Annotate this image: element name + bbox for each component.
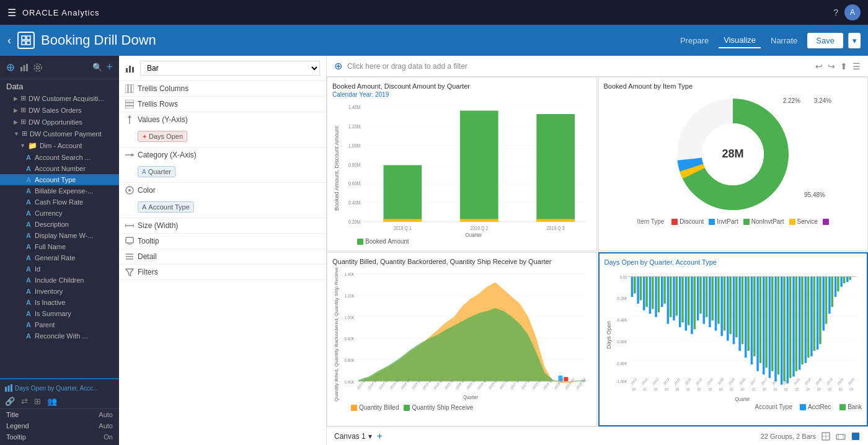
svg-rect-137 <box>678 276 681 327</box>
section-category-header[interactable]: Category (X-Axis) <box>119 148 326 162</box>
svg-rect-58 <box>536 114 575 222</box>
tree-item-inventory[interactable]: A Inventory <box>0 286 119 297</box>
tree-item-include-children[interactable]: A Include Children <box>0 275 119 286</box>
tree-item-full-name[interactable]: A Full Name <box>0 241 119 252</box>
account-type-chip[interactable]: A Account Type <box>138 201 194 213</box>
category-xaxis-chips: A Quarter <box>119 162 326 182</box>
tree-item-dw-customer-payment[interactable]: ▼ ⊞ DW Customer Payment <box>0 128 119 139</box>
bottom-sidebar-title[interactable]: Days Open by Quarter, Accc... <box>0 382 119 394</box>
sidebar-tab-settings[interactable] <box>33 63 42 72</box>
sidebar-add-icon[interactable]: + <box>106 61 113 74</box>
section-detail[interactable]: Detail <box>119 249 326 265</box>
svg-rect-179 <box>804 276 807 363</box>
svg-rect-20 <box>131 84 134 93</box>
tree-item-id[interactable]: A Id <box>0 263 119 275</box>
svg-text:2014: 2014 <box>652 377 658 386</box>
tree-item-display-name[interactable]: A Display Name W-... <box>0 230 119 241</box>
bottom-tab-people[interactable]: 👥 <box>47 397 57 406</box>
svg-rect-54 <box>384 165 422 222</box>
sidebar-tab-vis[interactable] <box>20 63 29 72</box>
svg-text:Q4: Q4 <box>806 388 810 392</box>
color-chips: A Account Type <box>119 198 326 218</box>
svg-rect-150 <box>717 276 720 324</box>
tree-item-account-search[interactable]: A Account Search ... <box>0 152 119 163</box>
sidebar-search-icon[interactable]: 🔍 <box>92 63 102 72</box>
tree-item-general-rate[interactable]: A General Rate <box>0 252 119 263</box>
svg-rect-134 <box>669 276 671 317</box>
avatar[interactable]: A <box>844 4 861 20</box>
svg-rect-244 <box>852 433 859 440</box>
visualize-button[interactable]: Visualize <box>719 33 761 48</box>
tree-item-is-summary[interactable]: A Is Summary <box>0 308 119 319</box>
y-axis-label-bottom-left: Quantity Billed, Quantity Backordered, Q… <box>332 267 339 403</box>
chart-type-select[interactable]: Bar <box>140 61 320 76</box>
bottom-tab-link[interactable]: 🔗 <box>5 397 15 406</box>
save-button[interactable]: Save <box>807 33 843 48</box>
chart-action-1[interactable] <box>821 431 831 441</box>
tree-item-dim-account[interactable]: ▼ 📁 Dim - Account <box>0 139 119 152</box>
tree-item-is-inactive[interactable]: A Is Inactive <box>0 297 119 308</box>
legend-bottom-left: Quantity Billed Quantity Ship Receive <box>332 403 591 411</box>
tree-item-dw-opportunities[interactable]: ▶ ⊞ DW Opportunities <box>0 116 119 128</box>
svg-text:2019: 2019 <box>826 377 833 386</box>
canvas-select[interactable]: Canvas 1 ▾ <box>334 432 372 441</box>
days-open-chip[interactable]: ✦ Days Open <box>138 131 187 142</box>
svg-text:Q3: Q3 <box>751 388 755 392</box>
prepare-button[interactable]: Prepare <box>675 33 714 48</box>
svg-rect-140 <box>687 276 689 325</box>
svg-text:-0.80K: -0.80K <box>616 361 627 366</box>
bottom-tab-grid[interactable]: ⊞ <box>34 397 41 406</box>
bottom-tab-transform[interactable]: ⇄ <box>21 397 28 406</box>
tree-item-account-type[interactable]: A Account Type <box>0 174 119 185</box>
quarter-chip[interactable]: A Quarter <box>138 166 175 177</box>
save-dropdown-button[interactable]: ▾ <box>848 33 861 48</box>
section-trellis-columns[interactable]: Trellis Columns <box>119 81 326 97</box>
tree-item-description[interactable]: A Description <box>0 219 119 230</box>
chart-action-2[interactable] <box>836 431 846 441</box>
svg-rect-22 <box>125 103 134 105</box>
share-icon[interactable]: ⬆ <box>840 61 848 71</box>
back-button[interactable]: ‹ <box>7 34 11 47</box>
chart-title-top-left: Booked Amount, Discount Amount by Quarte… <box>332 82 591 90</box>
tree-item-billable-expense[interactable]: A Billable Expense-... <box>0 185 119 196</box>
tree-item-dw-sales-orders[interactable]: ▶ ⊞ DW Sales Orders <box>0 104 119 116</box>
section-color-header[interactable]: Color <box>119 183 326 198</box>
chart-panel-bottom-right: Days Open by Quarter, Account Type Days … <box>598 252 869 426</box>
hamburger-menu[interactable]: ☰ <box>7 7 16 19</box>
section-values-header[interactable]: Values (Y-Axis) <box>119 112 326 127</box>
tree-item-parent[interactable]: A Parent <box>0 319 119 330</box>
menu-icon[interactable]: ☰ <box>852 61 861 71</box>
trellis-columns-icon <box>125 84 134 93</box>
tree-item-reconcile-with[interactable]: A Reconcile With ... <box>0 330 119 341</box>
svg-text:2019: 2019 <box>836 377 843 386</box>
svg-rect-122 <box>634 276 636 293</box>
header-bar: ‹ Booking Drill Down Prepare Visualize N… <box>0 25 868 56</box>
tree-item-cash-flow-rate[interactable]: A Cash Flow Rate <box>0 196 119 208</box>
svg-text:2019 Q 1: 2019 Q 1 <box>394 225 412 231</box>
chart-action-3[interactable] <box>851 431 861 441</box>
section-filters[interactable]: Filters <box>119 265 326 280</box>
tree-item-dw-customer-acq[interactable]: ▶ ⊞ DW Customer Acquisiti... <box>0 92 119 104</box>
size-width-icon <box>125 221 134 230</box>
svg-rect-177 <box>798 276 800 369</box>
svg-rect-157 <box>738 276 741 351</box>
section-tooltip[interactable]: Tooltip <box>119 234 326 249</box>
redo-icon[interactable]: ↪ <box>828 61 835 71</box>
section-size-width[interactable]: Size (Width) <box>119 218 326 234</box>
section-trellis-rows[interactable]: Trellis Rows <box>119 97 326 112</box>
tree-item-currency[interactable]: A Currency <box>0 208 119 219</box>
section-values-yaxis: Values (Y-Axis) ✦ Days Open <box>119 112 326 148</box>
add-canvas-button[interactable]: + <box>377 431 383 442</box>
svg-rect-154 <box>729 276 732 334</box>
svg-text:Q3: Q3 <box>838 388 842 392</box>
filters-icon <box>125 268 134 276</box>
chart-panel-top-left: Booked Amount, Discount Amount by Quarte… <box>327 77 597 251</box>
help-icon[interactable]: ? <box>833 7 838 17</box>
filter-add-icon[interactable]: ⊕ <box>334 60 342 72</box>
status-text: 22 Groups, 2 Bars <box>761 433 816 440</box>
undo-icon[interactable]: ↩ <box>815 61 823 71</box>
tree-item-account-number[interactable]: A Account Number <box>0 163 119 174</box>
svg-rect-1 <box>27 36 30 40</box>
narrate-button[interactable]: Narrate <box>766 33 802 48</box>
sidebar-tab-data[interactable] <box>6 63 15 72</box>
